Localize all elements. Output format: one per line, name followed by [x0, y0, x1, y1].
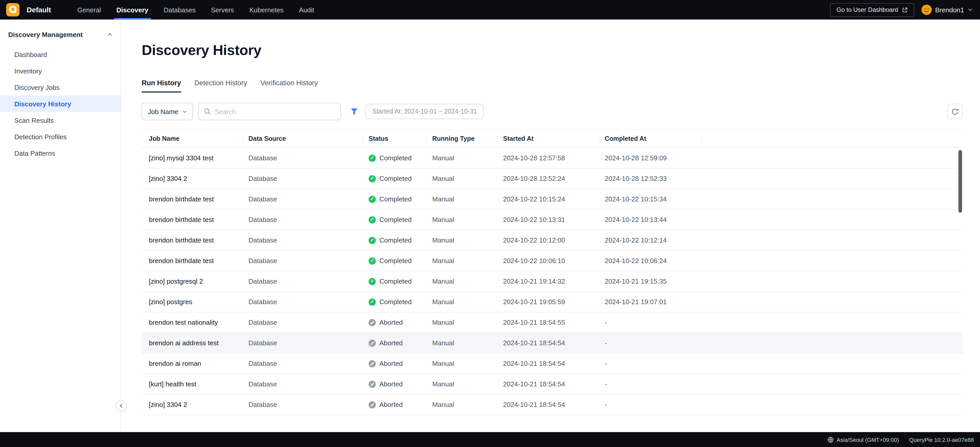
table-row[interactable]: brendon ai address test Database Aborted…	[142, 333, 963, 353]
cell-status: Aborted	[363, 312, 426, 332]
cell-job-name: brendon birthdate test	[142, 189, 242, 209]
sidebar-item[interactable]: Inventory	[0, 63, 121, 79]
status-icon	[369, 298, 376, 305]
table-row[interactable]: [kurt] health test Database Aborted Manu…	[142, 374, 963, 394]
querypie-logo[interactable]	[6, 0, 19, 19]
table-row[interactable]: brendon birthdate test Database Complete…	[142, 251, 963, 271]
sidebar-section-discovery-management[interactable]: Discovery Management	[0, 27, 121, 42]
cell-status: Aborted	[363, 353, 426, 374]
table-vertical-scrollbar[interactable]	[958, 150, 962, 213]
sidebar-item[interactable]: Discovery History	[0, 96, 121, 112]
table-row[interactable]: [zino] 3304 2 Database Completed Manual …	[142, 169, 963, 189]
cell-extra	[701, 251, 963, 271]
cell-running-type: Manual	[426, 251, 497, 271]
sidebar-item[interactable]: Data Patterns	[0, 145, 121, 161]
timezone-label: Asia/Seoul (GMT+09:00)	[837, 436, 899, 443]
cell-data-source: Database	[242, 292, 363, 312]
cell-data-source: Database	[242, 333, 363, 353]
cell-status: Completed	[363, 251, 426, 271]
cell-completed-at: 2024-10-28 12:52:33	[598, 169, 701, 188]
status-icon	[369, 195, 376, 203]
job-name-field-select[interactable]: Job Name	[142, 103, 193, 120]
sidebar-item-label: Inventory	[14, 67, 42, 75]
cell-job-name: [zino] 3304 2	[142, 169, 242, 188]
column-header-job-name: Job Name	[142, 130, 242, 147]
nav-item[interactable]: Audit	[291, 0, 322, 19]
cell-job-name: [zino] 3304 2	[142, 394, 242, 415]
column-header-label: Started At	[503, 135, 534, 142]
cell-completed-at: -	[598, 312, 701, 332]
table-row[interactable]: [zino] postgresql 2 Database Completed M…	[142, 271, 963, 292]
table-row[interactable]: [zino] mysql 3304 test Database Complete…	[142, 148, 963, 169]
cell-status: Completed	[363, 292, 426, 312]
column-header-data-source: Data Source	[242, 130, 363, 147]
search-input[interactable]	[215, 108, 336, 115]
tab[interactable]: Run History	[142, 79, 181, 93]
cell-running-type: Manual	[426, 333, 497, 353]
sidebar-section-title: Discovery Management	[8, 30, 83, 38]
table-row[interactable]: brendon ai roman Database Aborted Manual…	[142, 353, 963, 374]
table-row[interactable]: brendon birthdate test Database Complete…	[142, 210, 963, 230]
cell-completed-at: 2024-10-22 10:06:24	[598, 251, 701, 271]
cell-completed-at: -	[598, 333, 701, 353]
sidebar-item[interactable]: Scan Results	[0, 112, 121, 128]
nav-item[interactable]: Kubernetes	[242, 0, 291, 19]
status-label: Aborted	[379, 380, 403, 388]
chevron-down-icon	[968, 7, 973, 12]
cell-started-at: 2024-10-21 18:54:54	[497, 353, 598, 374]
cell-data-source: Database	[242, 148, 363, 168]
table-row[interactable]: [zino] postgres Database Completed Manua…	[142, 292, 963, 312]
nav-item[interactable]: Servers	[203, 0, 242, 19]
chevron-left-icon	[119, 403, 124, 409]
column-header-label: Job Name	[149, 135, 180, 142]
user-menu[interactable]: Brendon1	[921, 5, 973, 15]
tab[interactable]: Verification History	[261, 79, 318, 93]
cell-completed-at: -	[598, 394, 701, 415]
cell-job-name: brendon ai roman	[142, 353, 242, 374]
status-label: Completed	[379, 278, 412, 285]
sidebar-collapse-button[interactable]	[116, 400, 127, 412]
tab[interactable]: Detection History	[194, 79, 247, 93]
cell-data-source: Database	[242, 271, 363, 291]
status-icon	[369, 216, 376, 223]
cell-running-type: Manual	[426, 312, 497, 332]
started-at-date-filter-chip[interactable]: Started At: 2024-10-01 ~ 2024-10-31	[366, 104, 484, 119]
sidebar-item[interactable]: Dashboard	[0, 46, 121, 63]
status-label: Aborted	[379, 319, 403, 326]
go-to-user-dashboard-button[interactable]: Go to User Dashboard	[830, 3, 914, 17]
timezone-indicator[interactable]: Asia/Seoul (GMT+09:00)	[827, 436, 899, 443]
cell-started-at: 2024-10-22 10:06:10	[497, 251, 598, 271]
filter-funnel-button[interactable]	[350, 107, 359, 116]
status-icon	[369, 380, 376, 388]
table-row[interactable]: brendon birthdate test Database Complete…	[142, 230, 963, 251]
column-header-extra	[701, 130, 963, 147]
table-body: [zino] mysql 3304 test Database Complete…	[142, 148, 963, 415]
table-row[interactable]: brendon test nationality Database Aborte…	[142, 312, 963, 333]
nav-item[interactable]: Databases	[156, 0, 203, 19]
nav-item[interactable]: General	[70, 0, 109, 19]
cell-started-at: 2024-10-21 18:54:54	[497, 374, 598, 394]
status-icon	[369, 339, 376, 346]
status-icon	[369, 175, 376, 182]
cell-data-source: Database	[242, 394, 363, 415]
external-link-icon	[902, 7, 907, 13]
refresh-button[interactable]	[947, 104, 963, 119]
version-label: QueryPie 10.2.0-ae07e88	[909, 436, 974, 443]
cell-started-at: 2024-10-22 10:12:00	[497, 230, 598, 250]
table-header: Job Name Data Source Status Running Type…	[142, 129, 963, 148]
table-row[interactable]: [zino] 3304 2 Database Aborted Manual 20…	[142, 394, 963, 415]
nav-item[interactable]: Discovery	[108, 0, 156, 19]
cell-job-name: brendon test nationality	[142, 312, 242, 332]
column-header-completed-at: Completed At	[598, 130, 701, 147]
cell-running-type: Manual	[426, 189, 497, 209]
filter-toolbar: Job Name Started At:	[142, 103, 963, 120]
cell-extra	[701, 230, 963, 250]
sidebar-item[interactable]: Discovery Jobs	[0, 79, 121, 96]
cell-data-source: Database	[242, 374, 363, 394]
cell-completed-at: 2024-10-21 19:07:01	[598, 292, 701, 312]
sidebar-item[interactable]: Detection Profiles	[0, 128, 121, 145]
cell-running-type: Manual	[426, 271, 497, 291]
table-row[interactable]: brendon birthdate test Database Complete…	[142, 189, 963, 210]
cell-job-name: [zino] mysql 3304 test	[142, 148, 242, 168]
top-navbar: Default General Discovery Databases Serv…	[0, 0, 980, 19]
